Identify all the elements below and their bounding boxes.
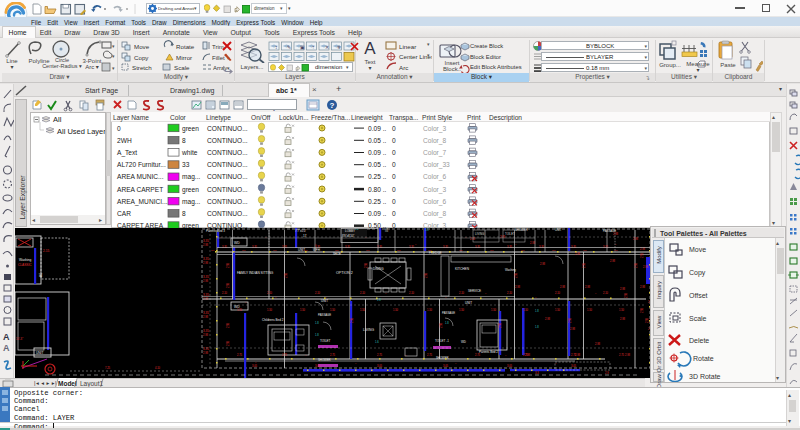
svg-text:2WH: 2WH [117, 137, 132, 144]
svg-text:3.0: 3.0 [335, 249, 339, 252]
svg-text:3.35: 3.35 [252, 245, 258, 249]
svg-text:CONTINUO...: CONTINUO... [207, 125, 248, 132]
svg-text:2.98: 2.98 [575, 353, 581, 357]
svg-text:3.05: 3.05 [252, 364, 258, 368]
svg-text:0.05 ..: 0.05 .. [368, 137, 386, 144]
svg-text:white: white [181, 149, 198, 156]
svg-text:×: × [615, 243, 617, 246]
svg-text:Copy: Copy [689, 269, 706, 277]
svg-text:Rotate: Rotate [693, 355, 714, 362]
svg-text:2.10: 2.10 [222, 291, 228, 295]
svg-text:3.35: 3.35 [507, 245, 513, 249]
svg-text:OPTION 2: OPTION 2 [336, 271, 353, 275]
svg-text:×: × [455, 362, 457, 365]
svg-text:2.75: 2.75 [330, 353, 336, 357]
svg-text:×: × [245, 301, 247, 304]
svg-text:0: 0 [392, 149, 396, 156]
svg-text:Washing: Washing [19, 258, 32, 262]
svg-text:2.98: 2.98 [514, 272, 518, 278]
svg-text:8: 8 [182, 210, 186, 217]
svg-text:3.05: 3.05 [377, 364, 383, 368]
svg-text:SHOWER: SHOWER [318, 358, 331, 362]
svg-text:2.98: 2.98 [540, 262, 546, 266]
svg-text:1.50: 1.50 [330, 308, 336, 312]
svg-text:3D Rotate: 3D Rotate [689, 373, 721, 380]
svg-text:0.09 ..: 0.09 .. [368, 125, 386, 132]
svg-text:1.50: 1.50 [619, 308, 625, 312]
svg-text:1.8: 1.8 [535, 325, 539, 329]
svg-text:3.0: 3.0 [521, 249, 525, 252]
svg-text:3.35: 3.35 [203, 347, 209, 351]
svg-text:SHOE: SHOE [333, 252, 341, 256]
svg-text:CONTINUO...: CONTINUO... [207, 198, 248, 205]
svg-text:0: 0 [392, 137, 396, 144]
svg-text:CONTINUO...: CONTINUO... [207, 149, 248, 156]
svg-text:3.35: 3.35 [409, 245, 415, 249]
svg-text:7.25: 7.25 [105, 366, 111, 370]
svg-text:▾: ▾ [112, 65, 115, 71]
svg-text:2.98: 2.98 [364, 262, 368, 268]
svg-text:2.98: 2.98 [226, 340, 230, 346]
svg-text:CLASSIC: CLASSIC [18, 263, 32, 267]
svg-text:×: × [515, 243, 517, 246]
svg-text:2.10: 2.10 [267, 291, 273, 295]
svg-text:0.09 ..: 0.09 .. [368, 149, 386, 156]
svg-text:3.35: 3.35 [443, 245, 449, 249]
svg-text:2.98: 2.98 [545, 317, 551, 321]
svg-text:Color_8: Color_8 [423, 210, 446, 218]
svg-text:CONTINUO...: CONTINUO... [207, 186, 248, 193]
svg-text:33: 33 [182, 161, 190, 168]
svg-text:×: × [405, 354, 407, 357]
svg-text:3.0: 3.0 [583, 249, 587, 252]
svg-text:0.25 ..: 0.25 .. [368, 173, 386, 180]
svg-text:A_Text: A_Text [117, 149, 137, 157]
svg-text:AL720 Furnitur...: AL720 Furnitur... [117, 161, 166, 168]
svg-text:CONTINUO...: CONTINUO... [207, 173, 248, 180]
svg-text:×: × [595, 292, 597, 295]
svg-text:Color_33: Color_33 [423, 161, 450, 169]
svg-text:0.09 ..: 0.09 .. [368, 210, 386, 217]
svg-text:2.98: 2.98 [620, 287, 626, 291]
svg-text:TOILET: TOILET [505, 232, 515, 236]
svg-text:2.98: 2.98 [613, 232, 619, 236]
svg-text:▣: ▣ [300, 44, 305, 50]
svg-text:0: 0 [392, 198, 396, 205]
svg-text:LOBBY: LOBBY [345, 229, 355, 233]
svg-text:2.98: 2.98 [203, 261, 209, 265]
svg-text:mag...: mag... [182, 173, 200, 181]
svg-text:Scale: Scale [689, 315, 707, 322]
svg-text:2.10: 2.10 [459, 291, 465, 295]
svg-text:3.35: 3.35 [203, 275, 209, 279]
svg-text:2.75: 2.75 [237, 353, 243, 357]
svg-text:2.75: 2.75 [619, 353, 625, 357]
svg-text:A: A [3, 332, 10, 342]
svg-text:2.98: 2.98 [640, 307, 644, 313]
svg-text:3.0: 3.0 [614, 249, 618, 252]
svg-text:0: 0 [392, 161, 396, 168]
svg-text:✎: ✎ [287, 44, 291, 50]
svg-text:CONTINUO...: CONTINUO... [207, 210, 248, 217]
svg-text:0: 0 [392, 173, 396, 180]
svg-text:0: 0 [392, 186, 396, 193]
svg-text:green: green [182, 186, 199, 194]
svg-text:1.6: 1.6 [375, 340, 379, 344]
svg-text:3.0: 3.0 [459, 249, 463, 252]
svg-text:CONTINUO...: CONTINUO... [207, 137, 248, 144]
svg-text:Arc: Arc [399, 64, 408, 71]
svg-text:2.98: 2.98 [643, 265, 649, 269]
svg-text:❄: ❄ [337, 44, 341, 50]
svg-text:UNIT: UNIT [36, 351, 43, 355]
svg-text:0: 0 [117, 125, 121, 132]
svg-text:7'7"x5'0": 7'7"x5'0" [295, 229, 306, 233]
svg-text:2.15: 2.15 [43, 249, 49, 253]
svg-text:3.35: 3.35 [571, 245, 577, 249]
svg-text:2.98: 2.98 [633, 237, 639, 241]
svg-text:2.98: 2.98 [620, 317, 626, 321]
svg-text:3.35: 3.35 [475, 245, 481, 249]
svg-text:?: ? [330, 101, 335, 110]
svg-text:3.05: 3.05 [507, 364, 513, 368]
svg-text:2.98: 2.98 [203, 333, 209, 337]
svg-text:3.35: 3.35 [203, 329, 209, 333]
svg-text:×: × [305, 354, 307, 357]
svg-text:2.98: 2.98 [585, 285, 591, 289]
